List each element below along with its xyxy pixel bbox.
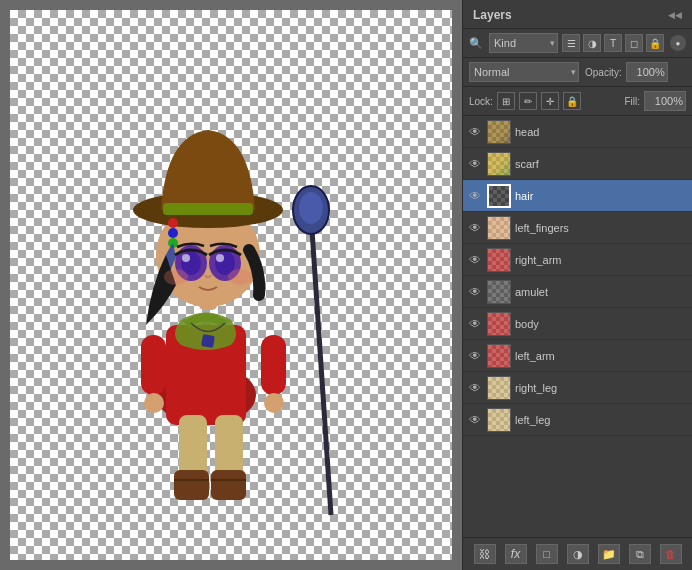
lock-move-btn[interactable]: ✛ [541, 92, 559, 110]
new-group-btn[interactable]: 📁 [598, 544, 620, 564]
lock-pixel-btn[interactable]: ⊞ [497, 92, 515, 110]
svg-rect-5 [141, 335, 166, 395]
svg-rect-11 [174, 470, 209, 500]
svg-point-27 [216, 254, 224, 262]
layer-visibility-icon[interactable]: 👁 [467, 252, 483, 268]
layer-thumbnail [487, 408, 511, 432]
layer-name: hair [515, 190, 688, 202]
layers-panel: Layers ◀◀ 🔍 Kind Name Effect Mode Attrib… [462, 0, 692, 570]
filter-select[interactable]: Kind Name Effect Mode Attribute [489, 33, 558, 53]
filter-row: 🔍 Kind Name Effect Mode Attribute ☰ ◑ T … [463, 29, 692, 58]
svg-point-28 [164, 269, 188, 285]
link-layers-btn[interactable]: ⛓ [474, 544, 496, 564]
layer-name: left_arm [515, 350, 688, 362]
layer-name: right_arm [515, 254, 688, 266]
layer-name: amulet [515, 286, 688, 298]
svg-rect-30 [201, 334, 215, 348]
lock-draw-btn[interactable]: ✏ [519, 92, 537, 110]
layer-thumbnail [487, 376, 511, 400]
layer-item[interactable]: 👁left_arm [463, 340, 692, 372]
panel-collapse[interactable]: ◀◀ [668, 10, 682, 20]
svg-point-8 [264, 393, 284, 413]
layer-thumbnail [487, 280, 511, 304]
svg-rect-18 [163, 203, 253, 215]
layer-thumbnail [487, 120, 511, 144]
layer-visibility-icon[interactable]: 👁 [467, 284, 483, 300]
layer-item[interactable]: 👁hair [463, 180, 692, 212]
fx-btn[interactable]: fx [505, 544, 527, 564]
layer-visibility-icon[interactable]: 👁 [467, 124, 483, 140]
fill-label: Fill: [624, 96, 640, 107]
filter-select-wrap: Kind Name Effect Mode Attribute [489, 33, 558, 53]
layer-item[interactable]: 👁left_leg [463, 404, 692, 436]
panel-footer: ⛓ fx □ ◑ 📁 ⧉ 🗑 [463, 537, 692, 570]
layer-visibility-icon[interactable]: 👁 [467, 380, 483, 396]
svg-point-20 [168, 228, 178, 238]
layer-item[interactable]: 👁left_fingers [463, 212, 692, 244]
layer-name: scarf [515, 158, 688, 170]
layer-visibility-icon[interactable]: 👁 [467, 156, 483, 172]
layer-visibility-icon[interactable]: 👁 [467, 412, 483, 428]
layer-thumbnail [487, 184, 511, 208]
filter-type-icon[interactable]: T [604, 34, 622, 52]
filter-pixel-icon[interactable]: ☰ [562, 34, 580, 52]
blend-row: Normal Dissolve Multiply Screen Overlay … [463, 58, 692, 87]
fill-input[interactable] [644, 91, 686, 111]
filter-adjust-icon[interactable]: ◑ [583, 34, 601, 52]
layer-thumbnail [487, 216, 511, 240]
blend-select-wrap: Normal Dissolve Multiply Screen Overlay [469, 62, 579, 82]
new-layer-btn[interactable]: ⧉ [629, 544, 651, 564]
lock-all-btn[interactable]: 🔒 [563, 92, 581, 110]
panel-title: Layers [473, 8, 512, 22]
svg-rect-12 [211, 470, 246, 500]
layer-visibility-icon[interactable]: 👁 [467, 316, 483, 332]
layer-thumbnail [487, 312, 511, 336]
layer-item[interactable]: 👁amulet [463, 276, 692, 308]
layer-name: head [515, 126, 688, 138]
layer-item[interactable]: 👁right_leg [463, 372, 692, 404]
lock-row: Lock: ⊞ ✏ ✛ 🔒 Fill: [463, 87, 692, 116]
filter-shape-icon[interactable]: ◻ [625, 34, 643, 52]
filter-toggle[interactable]: ● [670, 35, 686, 51]
svg-rect-6 [261, 335, 286, 395]
svg-point-29 [228, 269, 252, 285]
layers-list: 👁head👁scarf👁hair👁left_fingers👁right_arm👁… [463, 116, 692, 537]
opacity-input[interactable] [626, 62, 668, 82]
svg-point-2 [299, 192, 323, 224]
layer-item[interactable]: 👁body [463, 308, 692, 340]
layer-name: body [515, 318, 688, 330]
layer-thumbnail [487, 248, 511, 272]
layer-name: left_fingers [515, 222, 688, 234]
lock-label: Lock: [469, 96, 493, 107]
blend-mode-select[interactable]: Normal Dissolve Multiply Screen Overlay [469, 62, 579, 82]
filter-toggle-icon: ● [676, 39, 681, 48]
svg-line-0 [311, 215, 331, 515]
opacity-label: Opacity: [585, 67, 622, 78]
layer-name: right_leg [515, 382, 688, 394]
svg-point-26 [182, 254, 190, 262]
layer-thumbnail [487, 152, 511, 176]
layer-thumbnail [487, 344, 511, 368]
adjustment-btn[interactable]: ◑ [567, 544, 589, 564]
filter-icons: ☰ ◑ T ◻ 🔒 [562, 34, 664, 52]
svg-point-7 [144, 393, 164, 413]
canvas-area [0, 0, 462, 570]
layer-item[interactable]: 👁head [463, 116, 692, 148]
panel-header: Layers ◀◀ [463, 0, 692, 29]
character-svg [21, 15, 441, 555]
canvas-image [10, 10, 452, 560]
svg-point-19 [168, 218, 178, 228]
layer-visibility-icon[interactable]: 👁 [467, 220, 483, 236]
layer-name: left_leg [515, 414, 688, 426]
layer-visibility-icon[interactable]: 👁 [467, 188, 483, 204]
delete-layer-btn[interactable]: 🗑 [660, 544, 682, 564]
layer-visibility-icon[interactable]: 👁 [467, 348, 483, 364]
search-icon: 🔍 [469, 37, 483, 50]
layer-item[interactable]: 👁right_arm [463, 244, 692, 276]
filter-lock-icon[interactable]: 🔒 [646, 34, 664, 52]
mask-btn[interactable]: □ [536, 544, 558, 564]
layer-item[interactable]: 👁scarf [463, 148, 692, 180]
